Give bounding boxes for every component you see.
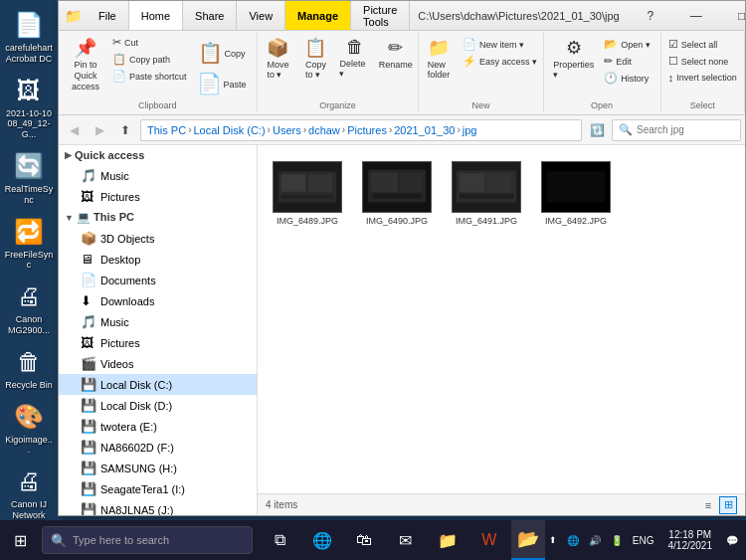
invert-selection-label: Invert selection — [676, 73, 737, 83]
open-label: Open — [591, 100, 613, 110]
this-pc-section[interactable]: ▼ 💻 This PC — [59, 207, 257, 228]
list-view-button[interactable]: ≡ — [699, 496, 717, 514]
maximize-button[interactable]: □ — [719, 1, 746, 31]
taskbar-explorer-button[interactable]: 📂 — [511, 520, 545, 560]
paste-button[interactable]: 📄 Paste — [193, 70, 251, 98]
desktop-icon-freefilesync[interactable]: 🔁 FreeFileSync — [2, 212, 56, 276]
select-none-button[interactable]: ☐ Select none — [664, 54, 741, 69]
sidebar-item-samsung[interactable]: 💾 SAMSUNG (H:) — [59, 458, 257, 478]
paste-shortcut-label: Paste shortcut — [129, 72, 187, 82]
new-item-label: New item ▾ — [479, 40, 524, 50]
taskbar-show-desktop[interactable]: ⬆ — [545, 520, 561, 560]
up-button[interactable]: ⬆ — [114, 119, 136, 141]
properties-button[interactable]: ⚙ Properties ▾ — [549, 35, 598, 82]
sidebar-item-pictures[interactable]: 🖼 Pictures — [59, 332, 257, 353]
taskbar-battery-icon[interactable]: 🔋 — [607, 520, 627, 560]
this-pc-label: 💻 This PC — [77, 211, 134, 224]
cut-button[interactable]: ✂ Cut — [108, 35, 191, 50]
quick-access-section[interactable]: ▶ Quick access — [59, 145, 257, 165]
tab-view[interactable]: View — [237, 1, 285, 30]
pin-to-quick-access-button[interactable]: 📌 Pin to Quickaccess — [65, 35, 106, 93]
desktop-icon-recycle-bin[interactable]: 🗑 Recycle Bin — [2, 342, 56, 395]
new-folder-button[interactable]: 📁 Newfolder — [421, 35, 457, 82]
delete-button[interactable]: 🗑 Delete ▾ — [335, 35, 374, 81]
tab-share[interactable]: Share — [183, 1, 237, 30]
sidebar-item-videos[interactable]: 🎬 Videos — [59, 353, 257, 374]
new-item-button[interactable]: 📄 New item ▾ — [459, 37, 541, 52]
taskbar-lang[interactable]: ENG — [629, 520, 658, 560]
rename-button[interactable]: ✏ Rename — [376, 35, 415, 72]
breadcrumb-local-disk[interactable]: Local Disk (C:) — [193, 124, 265, 136]
sidebar-item-na86602d-f[interactable]: 💾 NA86602D (F:) — [59, 437, 257, 458]
minimize-button[interactable]: — — [673, 1, 719, 31]
history-button[interactable]: 🕐 History — [600, 71, 654, 86]
open-icon: 📂 — [604, 38, 618, 51]
sidebar-item-na8jlna5-j[interactable]: 💾 NA8JLNA5 (J:) — [59, 499, 257, 515]
forward-button[interactable]: ▶ — [89, 119, 110, 141]
notification-button[interactable]: 💬 — [722, 520, 742, 560]
taskbar-network-icon[interactable]: 🌐 — [563, 520, 583, 560]
open-label: Open ▾ — [621, 40, 651, 50]
desktop-icon-realtime[interactable]: 🔄 RealTimeSync — [2, 146, 56, 210]
file-item-img6492[interactable]: IMG_6492.JPG — [536, 155, 616, 232]
tab-picture-tools[interactable]: Picture Tools — [351, 1, 410, 30]
sidebar-item-music-quick[interactable]: 🎵 Music — [59, 165, 257, 186]
breadcrumb-jpg[interactable]: jpg — [463, 124, 477, 136]
start-button[interactable]: ⊞ — [0, 520, 42, 560]
taskbar-task-view-button[interactable]: ⧉ — [261, 520, 300, 560]
sidebar-item-local-disk-c[interactable]: 💾 Local Disk (C:) — [59, 374, 257, 395]
refresh-button[interactable]: 🔃 — [586, 119, 608, 141]
sidebar-item-seagate[interactable]: 💾 SeagateTera1 (I:) — [59, 478, 257, 499]
sidebar-item-downloads[interactable]: ⬇ Downloads — [59, 290, 257, 311]
taskbar-store-button[interactable]: 🛍 — [344, 520, 384, 560]
tab-file[interactable]: File — [87, 1, 129, 30]
copy-to-button[interactable]: 📋 Copyto ▾ — [297, 35, 333, 82]
help-button[interactable]: ? — [628, 1, 673, 31]
invert-selection-button[interactable]: ↕ Invert selection — [664, 71, 741, 85]
tab-home[interactable]: Home — [129, 1, 183, 30]
search-input[interactable] — [637, 124, 734, 135]
sidebar-item-desktop[interactable]: 🖥 Desktop — [59, 249, 257, 270]
taskbar-speaker-icon[interactable]: 🔊 — [585, 520, 605, 560]
paste-shortcut-button[interactable]: 📄 Paste shortcut — [108, 69, 191, 84]
move-to-button[interactable]: 📦 Moveto ▾ — [260, 35, 295, 82]
desktop-icon-acrobat[interactable]: 📄 carefulehart Acrobat DC — [2, 5, 56, 69]
quick-access-label: Quick access — [75, 149, 144, 161]
breadcrumb-pictures[interactable]: Pictures — [347, 124, 387, 136]
breadcrumb-this-pc[interactable]: This PC — [147, 124, 186, 136]
desktop-label: Desktop — [100, 254, 140, 266]
file-item-img6489[interactable]: IMG_6489.JPG — [268, 155, 347, 232]
copy-path-button[interactable]: 📋 Copy path — [108, 52, 191, 67]
desktop-icon-kigoimage[interactable]: 🎨 Kigoimage... — [2, 397, 56, 461]
back-button[interactable]: ◀ — [63, 119, 85, 141]
sidebar-item-pictures-quick[interactable]: 🖼 Pictures — [59, 186, 257, 207]
file-item-img6491[interactable]: IMG_6491.JPG — [447, 155, 526, 232]
desktop-icon-canon[interactable]: 🖨 Canon MG2900... — [2, 277, 56, 340]
sidebar-item-documents[interactable]: 📄 Documents — [59, 270, 257, 290]
select-all-button[interactable]: ☑ Select all — [664, 37, 741, 52]
sidebar-item-local-disk-d[interactable]: 💾 Local Disk (D:) — [59, 395, 257, 416]
tab-manage[interactable]: Manage — [285, 1, 351, 30]
taskbar-edge-button[interactable]: 🌐 — [302, 520, 342, 560]
music-label: Music — [100, 170, 129, 182]
sidebar-item-twotera[interactable]: 💾 twotera (E:) — [59, 416, 257, 437]
tab-home-label: Home — [141, 10, 170, 22]
breadcrumb-dchaw[interactable]: dchaw — [308, 124, 340, 136]
search-box[interactable]: 🔍 — [612, 119, 741, 141]
desktop-icon-photo1[interactable]: 🖼 2021-10-10 08_49_12-G... — [2, 71, 56, 144]
sidebar-item-music[interactable]: 🎵 Music — [59, 311, 257, 332]
breadcrumb-users[interactable]: Users — [273, 124, 301, 136]
taskbar-mail-button[interactable]: ✉ — [386, 520, 426, 560]
edit-button[interactable]: ✏ Edit — [600, 54, 654, 69]
taskbar-search[interactable]: 🔍 Type here to search — [42, 526, 253, 554]
taskbar-office-button[interactable]: W — [469, 520, 509, 560]
copy-button[interactable]: 📋 Copy — [194, 39, 250, 68]
taskbar-folder-button[interactable]: 📁 — [428, 520, 467, 560]
open-button[interactable]: 📂 Open ▾ — [600, 37, 654, 52]
file-item-img6490[interactable]: IMG_6490.JPG — [357, 155, 437, 232]
grid-view-button[interactable]: ⊞ — [719, 496, 737, 514]
taskbar-clock[interactable]: 12:18 PM 4/12/2021 — [660, 520, 721, 560]
easy-access-button[interactable]: ⚡ Easy access ▾ — [459, 54, 541, 69]
sidebar-item-3d-objects[interactable]: 📦 3D Objects — [59, 228, 257, 249]
breadcrumb-2021-01-30[interactable]: 2021_01_30 — [394, 124, 455, 136]
